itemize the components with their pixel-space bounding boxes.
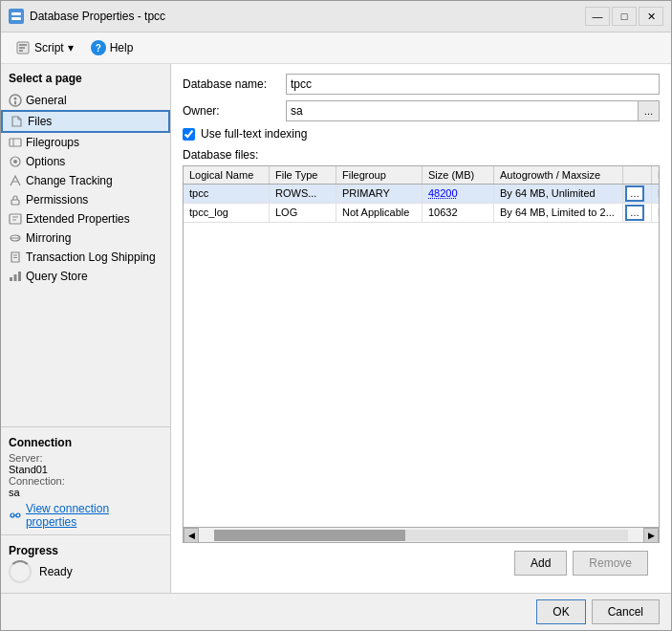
table-actions: Add Remove [183,543,660,583]
svg-point-26 [16,513,20,517]
script-dropdown-icon: ▾ [68,41,74,54]
footer: OK Cancel [1,593,671,630]
td-browse-btn-2[interactable]: … [623,204,652,222]
td-filegroup-2: Not Applicable [336,204,423,222]
sidebar-item-label: Mirroring [26,231,71,245]
main-content: Select a page General Files Filegroups [1,64,671,593]
svg-rect-14 [11,200,19,205]
td-type-2: LOG [270,204,336,222]
sidebar-item-label: Extended Properties [26,212,130,226]
window-title: Database Properties - tpcc [30,10,165,23]
script-icon [15,40,31,55]
db-files-label: Database files: [183,148,660,162]
td-path-2: E:\MS [652,204,659,222]
fulltext-checkbox[interactable] [183,128,195,141]
close-button[interactable]: ✕ [639,7,663,26]
connection-value: sa [9,487,163,498]
minimize-button[interactable]: — [585,7,610,26]
script-button[interactable]: Script ▾ [9,36,80,59]
col-header-path: Path [652,166,660,184]
progress-row: Ready [9,560,163,583]
help-label: Help [110,41,134,54]
scroll-right-arrow[interactable]: ▶ [643,528,659,543]
add-remove-group: Add Remove [514,551,648,576]
scroll-left-arrow[interactable]: ◀ [184,528,199,543]
svg-point-7 [14,98,17,100]
remove-button[interactable]: Remove [573,551,648,576]
ok-button[interactable]: OK [536,599,585,624]
scroll-track[interactable] [214,530,628,541]
add-button[interactable]: Add [514,551,567,576]
owner-input[interactable] [286,100,639,121]
owner-label: Owner: [183,104,278,118]
right-panel: Database name: Owner: … Use full-text in… [171,64,671,593]
server-value: Stand01 [9,464,163,475]
fulltext-checkbox-row: Use full-text indexing [183,127,660,141]
table-row[interactable]: tpcc_log LOG Not Applicable 10632 By 64 … [184,204,659,223]
td-path-1: E:\MS [652,185,659,203]
horizontal-scrollbar[interactable]: ◀ ▶ [184,527,659,542]
db-name-row: Database name: [183,74,660,95]
svg-rect-15 [10,214,21,224]
owner-input-group: … [286,100,660,121]
cancel-button[interactable]: Cancel [592,599,660,624]
sidebar-item-change-tracking[interactable]: Change Tracking [1,171,170,190]
sidebar-item-query-store[interactable]: Query Store [1,267,170,286]
connection-section: Connection Server: Stand01 Connection: s… [1,426,170,534]
td-browse-btn-1[interactable]: … [623,185,652,203]
server-label: Server: [9,452,163,464]
db-files-table: Logical Name File Type Filegroup Size (M… [183,165,660,543]
scroll-thumb[interactable] [214,530,405,541]
title-controls: — □ ✕ [585,7,663,26]
view-connection-label: View connection properties [26,502,163,529]
help-button[interactable]: ? Help [84,36,141,59]
svg-rect-9 [10,139,21,146]
col-header-size: Size (MB) [423,166,494,184]
td-logical-1: tpcc [184,185,270,203]
files-icon [11,115,24,128]
table-row[interactable]: tpcc ROWS... PRIMARY 48200 By 64 MB, Unl… [184,185,659,204]
sidebar-item-label: Options [26,155,65,168]
browse-button-2[interactable]: … [625,205,644,221]
sidebar-item-extended-properties[interactable]: Extended Properties [1,209,170,228]
sidebar-item-label: Permissions [26,193,88,207]
ext-props-icon [9,212,22,226]
td-autogrowth-2: By 64 MB, Limited to 2... [494,204,623,222]
table-header: Logical Name File Type Filegroup Size (M… [184,166,659,185]
td-size-1: 48200 [423,185,494,203]
sidebar: Select a page General Files Filegroups [1,64,171,593]
td-autogrowth-1: By 64 MB, Unlimited [494,185,623,203]
sidebar-item-mirroring[interactable]: Mirroring [1,228,170,248]
svg-rect-0 [11,12,21,15]
database-properties-window: Database Properties - tpcc — □ ✕ Script … [0,0,672,631]
help-icon: ? [91,40,106,55]
td-size-2: 10632 [423,204,494,222]
log-icon [9,250,22,264]
title-bar: Database Properties - tpcc — □ ✕ [1,1,671,33]
view-connection-link[interactable]: View connection properties [9,502,163,529]
maximize-button[interactable]: □ [612,7,637,26]
sidebar-item-files[interactable]: Files [1,110,170,133]
connection-title: Connection [9,433,163,452]
sidebar-item-options[interactable]: Options [1,152,170,171]
db-name-input[interactable] [286,74,660,95]
sidebar-item-label: Filegroups [26,136,79,149]
svg-point-12 [13,160,17,163]
sidebar-item-general[interactable]: General [1,91,170,110]
td-logical-2: tpcc_log [184,204,270,222]
sidebar-item-transaction-log[interactable]: Transaction Log Shipping [1,248,170,267]
sidebar-item-filegroups[interactable]: Filegroups [1,133,170,152]
sidebar-item-permissions[interactable]: Permissions [1,190,170,209]
permissions-icon [9,193,22,207]
col-header-logical: Logical Name [184,166,270,184]
owner-browse-button[interactable]: … [639,100,660,121]
td-filegroup-1: PRIMARY [336,185,423,203]
sidebar-spacer [1,286,170,426]
progress-spinner [9,560,32,583]
col-header-browse [623,166,652,184]
svg-rect-8 [14,101,16,105]
general-icon [9,94,22,107]
browse-button-1[interactable]: … [625,185,644,202]
col-header-type: File Type [270,166,336,184]
svg-rect-24 [18,272,21,281]
